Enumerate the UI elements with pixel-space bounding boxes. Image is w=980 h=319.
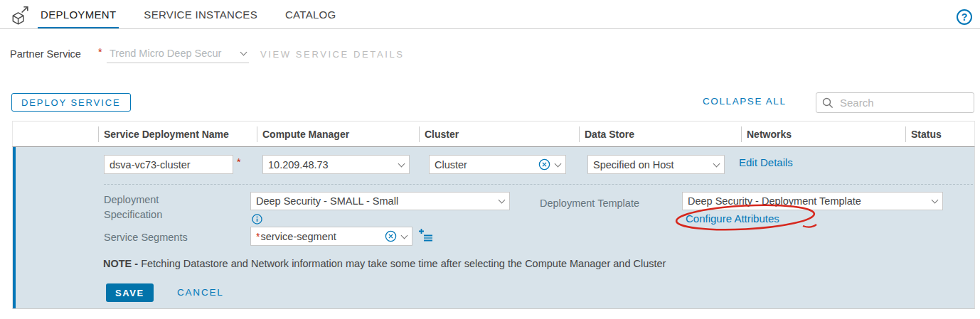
tab-service-instances[interactable]: SERVICE INSTANCES — [141, 9, 260, 29]
deployment-specification-label: Deployment Specification — [104, 193, 186, 222]
row-selected-accent-bar — [13, 147, 16, 308]
help-icon[interactable]: ? — [957, 9, 972, 25]
column-header-service-deployment-name: Service Deployment Name — [98, 121, 257, 146]
partner-service-select[interactable]: Trend Micro Deep Secur — [107, 44, 249, 63]
clear-selection-icon[interactable] — [385, 230, 397, 242]
deployment-row-expanded: * 10.209.48.73 Cluster Specified on Host — [12, 147, 975, 309]
chevron-down-icon — [555, 160, 562, 167]
column-header-blank — [13, 121, 98, 146]
chevron-down-icon — [932, 197, 939, 204]
chevron-down-icon — [713, 160, 720, 167]
deploy-service-button[interactable]: DEPLOY SERVICE — [11, 93, 131, 112]
top-tabs: DEPLOYMENT SERVICE INSTANCES CATALOG — [38, 0, 339, 29]
chevron-down-icon — [401, 232, 408, 239]
column-header-data-store: Data Store — [579, 121, 741, 146]
column-header-networks: Networks — [741, 121, 905, 146]
partner-service-label: Partner Service — [10, 48, 81, 60]
chevron-down-icon — [240, 49, 247, 56]
service-deployment-screen: DEPLOYMENT SERVICE INSTANCES CATALOG ? P… — [0, 0, 980, 319]
compute-manager-select[interactable]: 10.209.48.73 — [262, 155, 410, 174]
chevron-down-icon — [398, 160, 405, 167]
note-label: NOTE - — [103, 258, 138, 269]
required-asterisk: * — [98, 46, 102, 58]
search-box — [816, 92, 974, 113]
clear-selection-icon[interactable] — [538, 158, 550, 171]
deployment-specification-select[interactable]: Deep Security - SMALL - Small — [250, 192, 510, 210]
search-icon — [822, 97, 833, 109]
collapse-all-link[interactable]: COLLAPSE ALL — [703, 96, 787, 107]
info-icon[interactable] — [252, 214, 262, 225]
service-segments-select[interactable]: * service-segment — [250, 227, 412, 246]
service-segments-label: Service Segments — [104, 230, 188, 245]
cluster-value: Cluster — [435, 159, 534, 171]
cancel-button[interactable]: CANCEL — [177, 287, 224, 298]
partner-service-value: Trend Micro Deep Secur — [110, 48, 241, 59]
deployment-specification-value: Deep Security - SMALL - Small — [256, 195, 495, 207]
column-header-status: Status — [905, 121, 974, 146]
nav-divider — [0, 28, 980, 29]
add-segment-icon[interactable] — [418, 228, 434, 242]
data-store-select[interactable]: Specified on Host — [587, 155, 725, 174]
note-text: NOTE - Fetching Datastore and Network in… — [103, 258, 666, 269]
view-service-details-link[interactable]: VIEW SERVICE DETAILS — [260, 49, 405, 60]
note-body: Fetching Datastore and Network informati… — [138, 258, 666, 269]
edit-details-link[interactable]: Edit Details — [739, 156, 793, 168]
service-deployment-name-input[interactable] — [104, 155, 233, 174]
deployment-template-label: Deployment Template — [540, 196, 639, 211]
service-segments-value: service-segment — [260, 231, 380, 242]
deployments-table: Service Deployment Name Compute Manager … — [12, 121, 975, 309]
required-asterisk: * — [256, 231, 260, 242]
configure-attributes-link[interactable]: Configure Attributes — [686, 212, 779, 225]
column-header-cluster: Cluster — [419, 121, 579, 146]
deployment-template-value: Deep Security - Deployment Template — [688, 195, 928, 207]
chevron-down-icon — [499, 197, 506, 204]
required-asterisk: * — [237, 156, 240, 168]
cluster-select[interactable]: Cluster — [429, 155, 566, 174]
search-input[interactable] — [838, 96, 968, 109]
deployment-template-select[interactable]: Deep Security - Deployment Template — [682, 192, 943, 210]
data-store-value: Specified on Host — [593, 159, 710, 171]
tab-deployment[interactable]: DEPLOYMENT — [38, 9, 119, 29]
service-deployment-icon — [8, 5, 30, 30]
tab-catalog[interactable]: CATALOG — [282, 9, 339, 29]
column-header-compute-manager: Compute Manager — [257, 121, 419, 146]
table-header-row: Service Deployment Name Compute Manager … — [12, 121, 975, 147]
save-button[interactable]: SAVE — [106, 283, 154, 302]
compute-manager-value: 10.209.48.73 — [268, 159, 395, 171]
row-section-divider — [104, 184, 973, 185]
